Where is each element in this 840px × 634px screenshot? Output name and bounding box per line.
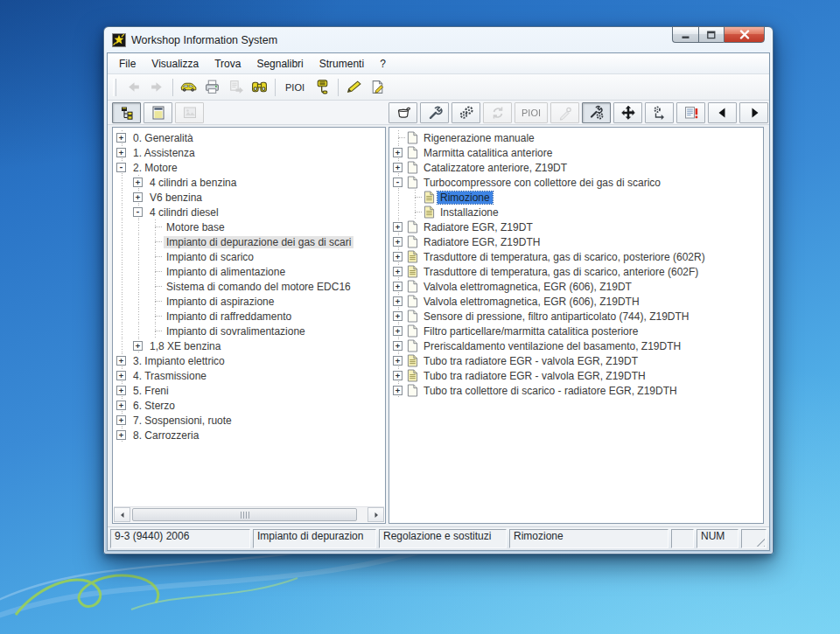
document-icon[interactable] — [407, 280, 418, 293]
tree-item-label[interactable]: 4 cilindri a benzina — [147, 177, 239, 189]
tree-item-label[interactable]: 2. Motore — [130, 162, 180, 174]
scrollbar-track[interactable] — [130, 507, 368, 522]
tree-item-label[interactable]: Radiatore EGR, Z19DTH — [421, 236, 542, 248]
tree-item-label[interactable]: Filtro particellare/marmitta catalitica … — [421, 325, 640, 338]
expand-icon[interactable]: + — [114, 413, 130, 428]
menu-segnalibri[interactable]: Segnalibri — [248, 55, 311, 73]
expand-icon[interactable]: + — [390, 219, 407, 234]
expand-icon[interactable]: + — [390, 279, 407, 294]
nav-right-button[interactable] — [739, 102, 768, 123]
tree-view-button[interactable] — [112, 102, 141, 123]
expand-icon[interactable]: + — [130, 190, 147, 205]
gears-button[interactable] — [452, 102, 480, 123]
expand-icon[interactable]: + — [390, 294, 407, 309]
document-icon[interactable] — [407, 235, 418, 248]
document-icon[interactable] — [407, 295, 418, 308]
nav-left-button[interactable] — [708, 102, 737, 123]
close-button[interactable] — [724, 26, 765, 43]
document-note-icon[interactable] — [424, 206, 435, 219]
expand-icon[interactable]: + — [114, 145, 130, 160]
print-button[interactable] — [200, 76, 224, 98]
collapse-icon[interactable]: - — [130, 205, 147, 219]
tree-item-label[interactable]: Valvola elettromagnetica, EGR (606), Z19… — [421, 296, 642, 308]
gear-arrow-button[interactable] — [645, 102, 674, 123]
expand-icon[interactable]: + — [114, 130, 130, 145]
tree-item-label[interactable]: Sensore di pressione, filtro antipartico… — [421, 310, 691, 323]
expand-icon[interactable]: + — [390, 338, 407, 353]
expand-icon[interactable]: + — [390, 324, 407, 338]
tools-button[interactable] — [582, 102, 611, 123]
document-icon[interactable] — [407, 310, 418, 323]
vehicle-button[interactable] — [177, 76, 200, 98]
tree-item-label[interactable]: Preriscaldamento ventilazione del basame… — [421, 340, 683, 352]
tree-item-label[interactable]: Radiatore EGR, Z19DT — [421, 221, 536, 233]
tree-item-label[interactable]: Rimozione — [438, 192, 493, 204]
tree-item-label[interactable]: 1,8 XE benzina — [147, 340, 223, 352]
tree-item-label[interactable]: Motore base — [164, 221, 228, 233]
expand-icon[interactable]: + — [390, 353, 407, 368]
tree-item-label[interactable]: 1. Assistenza — [130, 147, 198, 159]
document-icon[interactable] — [407, 146, 418, 159]
tree-item-label[interactable]: Turbocompressore con collettore dei gas … — [421, 177, 663, 189]
document-icon[interactable] — [407, 161, 418, 174]
collapse-icon[interactable]: - — [114, 160, 130, 175]
menu-strumenti[interactable]: Strumenti — [312, 55, 372, 73]
document-icon[interactable] — [407, 220, 418, 233]
wrench-button[interactable] — [420, 102, 449, 123]
tree-item-label[interactable]: Tubo tra collettore di scarico - radiato… — [421, 385, 680, 397]
tree-item-label[interactable]: 4. Trasmissione — [130, 370, 209, 382]
tree-item-label[interactable]: Sistema di comando del motore EDC16 — [164, 281, 354, 293]
tree-item-label[interactable]: 5. Freni — [130, 385, 172, 397]
document-note-icon[interactable] — [407, 354, 418, 367]
tree-item-label[interactable]: Rigenerazione manuale — [421, 132, 537, 144]
expand-icon[interactable]: + — [390, 368, 407, 383]
tree-item-label[interactable]: Trasduttore di temperatura, gas di scari… — [421, 251, 708, 263]
tree-item-label[interactable]: V6 benzina — [147, 192, 205, 204]
move-button[interactable] — [613, 102, 642, 123]
menu-trova[interactable]: Trova — [206, 55, 248, 73]
expand-icon[interactable]: + — [130, 338, 147, 353]
tree-item-label[interactable]: Trasduttore di temperatura, gas di scari… — [421, 266, 701, 278]
expand-icon[interactable]: + — [390, 145, 407, 160]
scrollbar-thumb[interactable] — [132, 508, 357, 521]
list-view-button[interactable] — [144, 102, 172, 123]
search-button[interactable] — [248, 76, 271, 98]
expand-icon[interactable]: + — [390, 309, 407, 324]
expand-icon[interactable]: + — [390, 249, 407, 264]
expand-icon[interactable]: + — [114, 383, 130, 398]
tree-item-label[interactable]: Impianto di alimentazione — [164, 266, 288, 278]
scroll-left-button[interactable] — [114, 507, 130, 522]
tree-item-label[interactable]: 7. Sospensioni, ruote — [130, 415, 234, 427]
document-icon[interactable] — [407, 324, 418, 338]
tree-item-label[interactable]: Tubo tra radiatore EGR - valvola EGR, Z1… — [421, 355, 640, 367]
tree-item-label[interactable]: 0. Generalità — [130, 132, 196, 144]
tree-item-label[interactable]: Installazione — [438, 206, 501, 219]
bucket-button[interactable] — [388, 102, 417, 123]
expand-icon[interactable]: + — [114, 353, 130, 368]
titlebar[interactable]: Workshop Information System — [104, 27, 773, 52]
expand-icon[interactable]: + — [390, 234, 407, 249]
expand-icon[interactable]: + — [390, 383, 407, 398]
resize-grip-icon[interactable] — [753, 535, 765, 547]
document-icon[interactable] — [407, 176, 418, 189]
document-icon[interactable] — [407, 384, 418, 397]
menu-file[interactable]: File — [111, 55, 144, 73]
pioi-button[interactable]: PIOI — [279, 76, 311, 98]
document-alert-button[interactable] — [676, 102, 705, 123]
highlighter-button[interactable] — [342, 76, 366, 98]
tree-item-label[interactable]: Marmitta catalitica anteriore — [421, 147, 555, 159]
tree-item-label[interactable]: Impianto di depurazione dei gas di scari — [164, 236, 354, 248]
edit-note-button[interactable] — [366, 76, 389, 98]
document-note-icon[interactable] — [407, 265, 418, 278]
scanner-button[interactable] — [311, 76, 334, 98]
tree-item-label[interactable]: 6. Sterzo — [130, 400, 178, 412]
maximize-button[interactable] — [698, 26, 724, 43]
tree-item-label[interactable]: Valvola elettromagnetica, EGR (606), Z19… — [421, 281, 634, 293]
tree-item-label[interactable]: Impianto di scarico — [164, 251, 256, 263]
expand-icon[interactable]: + — [114, 428, 130, 442]
expand-icon[interactable]: + — [114, 368, 130, 383]
tree-item-label[interactable]: Impianto di sovralimentazione — [164, 325, 308, 338]
expand-icon[interactable]: + — [390, 264, 407, 279]
document-note-icon[interactable] — [407, 369, 418, 382]
tree-item-label[interactable]: Catalizzatore anteriore, Z19DT — [421, 162, 570, 174]
